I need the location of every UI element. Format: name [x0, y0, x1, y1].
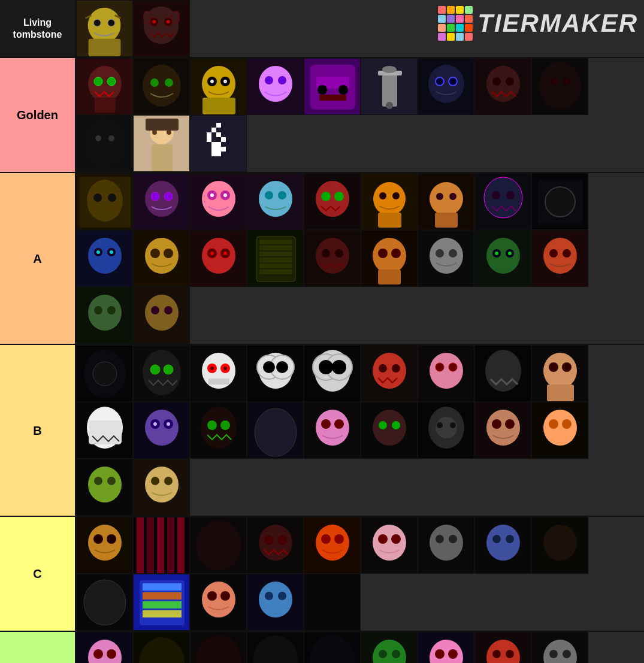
svg-point-306 [220, 591, 230, 601]
svg-rect-152 [378, 270, 401, 284]
svg-point-200 [332, 360, 346, 374]
svg-point-193 [263, 361, 275, 373]
svg-rect-188 [208, 379, 229, 385]
svg-point-104 [373, 182, 406, 216]
svg-point-169 [94, 306, 102, 314]
svg-point-180 [150, 365, 160, 374]
tier-item [474, 58, 531, 115]
svg-point-228 [220, 420, 230, 430]
svg-point-36 [318, 85, 327, 95]
svg-point-170 [107, 306, 116, 314]
svg-rect-218 [89, 420, 122, 444]
svg-point-334 [492, 650, 501, 658]
svg-point-162 [508, 252, 512, 255]
tier-item [304, 345, 361, 402]
tier-item [474, 632, 531, 663]
tier-item [76, 115, 133, 172]
svg-rect-142 [259, 264, 292, 268]
svg-point-206 [430, 353, 463, 389]
svg-point-234 [321, 419, 331, 429]
tier-item [133, 517, 190, 574]
svg-point-179 [143, 350, 181, 395]
svg-point-135 [223, 252, 227, 255]
svg-rect-77 [211, 152, 216, 156]
svg-point-305 [207, 591, 217, 601]
svg-point-275 [264, 535, 274, 545]
tier-item [304, 173, 361, 230]
tier-item [190, 115, 247, 172]
svg-point-134 [210, 252, 214, 255]
svg-point-124 [96, 250, 100, 254]
tier-item [190, 345, 247, 402]
svg-point-16 [107, 77, 116, 86]
tier-item [247, 517, 304, 574]
tier-item [76, 402, 133, 459]
tier-item [190, 574, 247, 631]
svg-point-181 [164, 365, 173, 374]
svg-point-256 [107, 477, 116, 485]
tier-item [361, 173, 418, 230]
tier-item [247, 632, 304, 663]
svg-point-65 [167, 130, 171, 135]
svg-rect-62 [152, 144, 173, 171]
svg-rect-299 [143, 583, 182, 591]
svg-point-165 [549, 249, 558, 258]
svg-point-203 [379, 364, 387, 373]
svg-rect-300 [143, 592, 182, 600]
svg-point-83 [93, 193, 102, 202]
tier-item [247, 345, 304, 402]
tier-item [418, 517, 474, 574]
svg-point-109 [430, 182, 463, 216]
svg-rect-63 [146, 119, 179, 131]
svg-point-166 [563, 249, 571, 258]
svg-point-47 [449, 77, 457, 86]
svg-point-82 [87, 180, 123, 222]
svg-rect-12 [173, 11, 180, 23]
svg-point-86 [145, 181, 179, 217]
tier-item [474, 517, 531, 574]
svg-point-264 [107, 534, 116, 544]
svg-point-3 [108, 19, 115, 26]
svg-point-146 [322, 249, 330, 258]
svg-point-239 [392, 421, 400, 429]
tier-row-a: A [0, 173, 644, 345]
svg-point-231 [255, 408, 297, 456]
svg-point-64 [152, 130, 157, 135]
svg-point-258 [145, 467, 179, 502]
tier-item [418, 632, 474, 663]
svg-point-54 [550, 78, 557, 85]
svg-point-106 [392, 192, 400, 199]
tier-item [133, 0, 190, 57]
svg-point-292 [506, 535, 514, 543]
svg-point-331 [448, 649, 458, 659]
svg-point-262 [88, 525, 122, 561]
svg-point-315 [107, 649, 116, 659]
svg-point-187 [223, 367, 227, 370]
svg-rect-78 [216, 152, 221, 156]
svg-rect-74 [221, 137, 226, 142]
tier-item [190, 517, 247, 574]
svg-point-338 [549, 650, 558, 658]
tier-item [361, 517, 418, 574]
svg-point-1 [88, 8, 121, 43]
tier-row-golden: Golden [0, 58, 644, 173]
svg-point-125 [110, 250, 113, 254]
svg-point-114 [484, 177, 522, 218]
tier-item [418, 402, 474, 459]
tier-item [304, 574, 361, 631]
svg-point-194 [276, 361, 288, 373]
svg-point-94 [223, 193, 227, 197]
svg-point-88 [164, 192, 173, 201]
tier-label-d: D [0, 632, 75, 663]
tier-item [247, 58, 304, 115]
tier-row-c: C [0, 517, 644, 632]
svg-rect-38 [319, 95, 346, 101]
svg-point-288 [449, 535, 457, 543]
svg-point-154 [430, 238, 463, 274]
tier-item [190, 230, 247, 287]
tier-item [304, 517, 361, 574]
tier-label-golden: Golden [0, 58, 75, 172]
svg-rect-301 [143, 601, 182, 608]
svg-point-291 [492, 535, 501, 543]
svg-rect-267 [147, 517, 154, 574]
